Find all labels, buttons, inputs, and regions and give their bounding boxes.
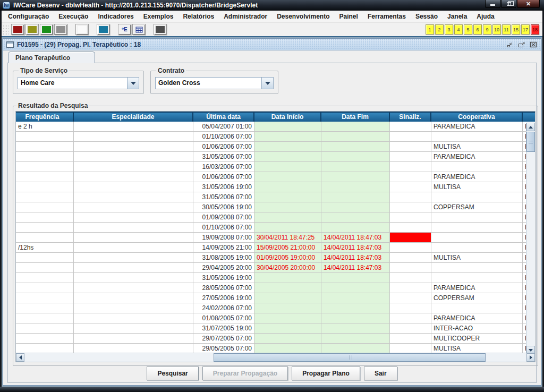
minimize-button[interactable] bbox=[485, 0, 500, 8]
table-cell bbox=[254, 132, 321, 142]
frame-maximize-button[interactable] bbox=[517, 41, 526, 48]
table-cell bbox=[254, 283, 321, 293]
table-cell bbox=[16, 172, 74, 182]
contrato-select[interactable]: Golden Cross bbox=[155, 77, 274, 89]
horizontal-scrollbar[interactable] bbox=[16, 353, 535, 362]
menu-bar: ConfiguraçãoExecuçãoIndicadoresExemplosR… bbox=[2, 11, 542, 22]
column-header-Sinaliz.[interactable]: Sinaliz. bbox=[390, 113, 431, 122]
propagar-plano-button[interactable]: Propagar Plano bbox=[292, 367, 360, 380]
menu-configuracao[interactable]: Configuração bbox=[3, 12, 54, 21]
thumb-grip-icon bbox=[529, 141, 533, 143]
table-row[interactable]: e 2 h05/04/2007 01:00PARAMEDICAHor bbox=[16, 122, 535, 132]
column-header-Data Início[interactable]: Data Início bbox=[254, 113, 321, 122]
table-row[interactable]: 28/05/2006 07:00PARAMEDICAHor bbox=[16, 283, 535, 293]
horizontal-scrollbar-thumb[interactable] bbox=[214, 353, 486, 362]
menu-relatorios[interactable]: Relatórios bbox=[178, 12, 219, 21]
vertical-scrollbar-thumb[interactable] bbox=[526, 132, 535, 152]
page-button-10[interactable]: 10 bbox=[492, 24, 501, 35]
column-header-Frequência[interactable]: Frequência bbox=[16, 113, 74, 122]
frame-close-button[interactable] bbox=[529, 41, 538, 48]
gray-swatch-button[interactable] bbox=[54, 24, 67, 35]
table-cell bbox=[254, 323, 321, 334]
page-button-11[interactable]: 11 bbox=[502, 24, 511, 35]
column-header-horario[interactable] bbox=[523, 113, 535, 122]
page-button-1[interactable]: 1 bbox=[426, 24, 434, 35]
toolbar-grip[interactable] bbox=[3, 24, 10, 35]
tipo-de-servico-dropdown-button[interactable] bbox=[127, 78, 139, 89]
table-row[interactable]: 29/04/2005 20:0030/04/2005 20:00:0014/04… bbox=[16, 263, 535, 273]
menu-exemplos[interactable]: Exemplos bbox=[139, 12, 178, 21]
column-header-Especialidade[interactable]: Especialidade bbox=[74, 113, 193, 122]
page-button-9[interactable]: 9 bbox=[483, 24, 491, 35]
table-cell bbox=[321, 313, 390, 323]
internal-frame-icon bbox=[6, 41, 14, 48]
table-row[interactable]: 01/06/2006 07:00PARAMEDICAHor bbox=[16, 172, 535, 182]
frame-minimize-button[interactable] bbox=[506, 41, 514, 48]
menu-ferramentas[interactable]: Ferramentas bbox=[363, 12, 411, 21]
table-cell bbox=[321, 212, 390, 223]
white-swatch-button[interactable] bbox=[75, 24, 89, 35]
page-button-5[interactable]: 5 bbox=[464, 24, 472, 35]
form-grid-icon-button[interactable] bbox=[132, 24, 146, 35]
menu-sessao[interactable]: Sessão bbox=[411, 12, 443, 21]
table-row[interactable]: 19/09/2008 07:0030/04/2011 18:47:2514/04… bbox=[16, 233, 535, 243]
page-button-3[interactable]: 3 bbox=[445, 24, 453, 35]
column-header-Última data[interactable]: Última data bbox=[193, 113, 254, 122]
internal-frame: F01595 - (29) Propag. Pl. Terapêutico : … bbox=[3, 38, 541, 386]
menu-execucao[interactable]: Execução bbox=[54, 12, 93, 21]
menu-desenvolvimento[interactable]: Desenvolvimento bbox=[272, 12, 334, 21]
table-row[interactable]: 29/05/2005 07:00MULTISAHor bbox=[16, 344, 535, 353]
table-row[interactable]: 31/05/2006 19:00Hor bbox=[16, 273, 535, 283]
table-cell bbox=[74, 313, 193, 323]
pesquisar-button[interactable]: Pesquisar bbox=[147, 367, 198, 380]
page-button-4[interactable]: 4 bbox=[454, 24, 463, 35]
page-button-2[interactable]: 2 bbox=[435, 24, 444, 35]
scroll-left-button[interactable] bbox=[16, 353, 24, 362]
page-button-6[interactable]: 6 bbox=[473, 24, 482, 35]
tab-plano-terapeutico[interactable]: Plano Terapêutico bbox=[8, 52, 95, 63]
internal-frame-titlebar[interactable]: F01595 - (29) Propag. Pl. Terapêutico : … bbox=[3, 39, 541, 50]
table-row[interactable]: 31/07/2005 19:00INTER-ACAOHor bbox=[16, 323, 535, 334]
table-cell: PARAMEDICA bbox=[431, 152, 523, 162]
table-row[interactable]: 30/05/2006 19:00COPPERSAMHor bbox=[16, 202, 535, 212]
darkred-swatch-button[interactable] bbox=[11, 24, 24, 35]
scroll-right-button[interactable] bbox=[526, 353, 535, 362]
darkgray-swatch-button[interactable] bbox=[154, 24, 167, 35]
page-button-17[interactable]: 17 bbox=[521, 24, 530, 35]
restore-button[interactable] bbox=[501, 0, 516, 8]
menu-administrador[interactable]: Administrador bbox=[219, 12, 272, 21]
table-row[interactable]: 24/02/2006 07:00Hor bbox=[16, 303, 535, 313]
table-row[interactable]: 01/06/2006 07:00MULTISAHor bbox=[16, 142, 535, 152]
menu-ajuda[interactable]: Ajuda bbox=[472, 12, 499, 21]
table-cell bbox=[390, 293, 431, 303]
menu-janela[interactable]: Janela bbox=[443, 12, 472, 21]
table-row[interactable]: 29/07/2005 07:00MULTICOOPERHor bbox=[16, 334, 535, 344]
table-row[interactable]: 01/10/2006 07:00Hor bbox=[16, 132, 535, 142]
column-header-Data Fim[interactable]: Data Fim bbox=[321, 113, 390, 122]
table-row[interactable]: 01/09/2008 07:00Hor bbox=[16, 212, 535, 223]
contrato-dropdown-button[interactable] bbox=[261, 78, 273, 89]
table-row[interactable]: 27/05/2006 19:00COPPERSAMHor bbox=[16, 293, 535, 303]
table-row[interactable]: 31/05/2006 19:00MULTISAHor bbox=[16, 182, 535, 192]
table-row[interactable]: 31/08/2005 19:0001/09/2005 19:00:0014/04… bbox=[16, 253, 535, 263]
olive-swatch-button[interactable] bbox=[26, 24, 39, 35]
sair-button[interactable]: Sair bbox=[364, 367, 397, 380]
column-header-Cooperativa[interactable]: Cooperativa bbox=[431, 113, 523, 122]
table-row[interactable]: 31/05/2006 07:00Hor bbox=[16, 192, 535, 202]
table-row[interactable]: /12hs14/09/2005 21:0015/09/2005 21:00:00… bbox=[16, 243, 535, 253]
table-row[interactable]: 31/05/2006 07:00PARAMEDICAHor bbox=[16, 152, 535, 162]
close-button[interactable]: ✕ bbox=[517, 0, 540, 8]
menu-indicadores[interactable]: Indicadores bbox=[93, 12, 138, 21]
table-row[interactable]: 01/10/2006 07:00Hor bbox=[16, 223, 535, 233]
vertical-scrollbar[interactable] bbox=[526, 123, 535, 354]
degree-e-icon-button[interactable]: ºE bbox=[118, 24, 131, 35]
table-row[interactable]: 01/08/2005 07:00PARAMEDICAHor bbox=[16, 313, 535, 323]
page-button-18[interactable]: 18 bbox=[531, 24, 539, 35]
table-row[interactable]: 16/03/2006 07:00Hor bbox=[16, 162, 535, 172]
menu-painel[interactable]: Painel bbox=[335, 12, 363, 21]
green-swatch-button[interactable] bbox=[40, 24, 53, 35]
page-button-15[interactable]: 15 bbox=[512, 24, 520, 35]
scroll-up-button[interactable] bbox=[526, 123, 535, 131]
tipo-de-servico-select[interactable]: Home Care bbox=[18, 77, 139, 89]
teal-swatch-button[interactable] bbox=[97, 24, 110, 35]
